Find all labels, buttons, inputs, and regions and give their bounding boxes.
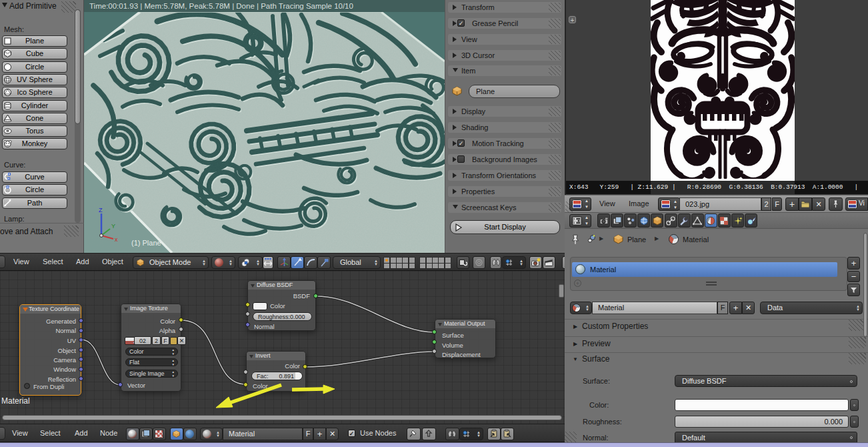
svg-text:x: x bbox=[115, 236, 118, 242]
svg-text:Z: Z bbox=[99, 207, 103, 213]
svg-text:Y: Y bbox=[111, 223, 115, 230]
